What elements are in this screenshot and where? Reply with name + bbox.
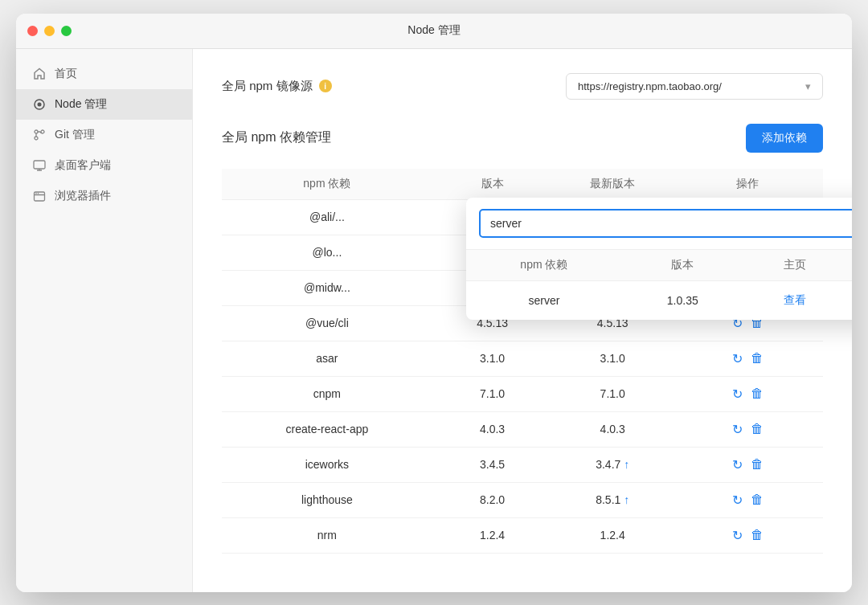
svg-point-2 (35, 130, 38, 133)
search-input[interactable] (479, 209, 852, 238)
dep-name-cell: @vue/cli (222, 305, 432, 341)
home-icon (32, 67, 47, 81)
table-row: lighthouse 8.2.0 8.5.1 ↑ ↻ 🗑 (222, 482, 823, 517)
search-bar (466, 198, 852, 238)
sidebar: 首页 Node 管理 (16, 49, 193, 592)
titlebar: Node 管理 (16, 14, 852, 49)
table-row: iceworks 3.4.5 3.4.7 ↑ ↻ 🗑 (222, 447, 823, 482)
search-result-table: npm 依赖 版本 主页 安装 安装 (466, 249, 852, 320)
mirror-label: 全局 npm 镜像源 i (222, 79, 332, 94)
delete-icon[interactable]: 🗑 (751, 422, 764, 436)
mirror-url-text: https://registry.npm.taobao.org/ (578, 80, 722, 92)
sidebar-item-node[interactable]: Node 管理 (16, 89, 192, 120)
upgrade-arrow-icon: ↑ (624, 493, 629, 506)
result-col-version: 版本 (622, 249, 743, 280)
search-result-row: server 1.0.35 查看 ⬇ (466, 280, 852, 320)
sidebar-item-git[interactable]: Git 管理 (16, 120, 192, 150)
content-area: 全局 npm 镜像源 i https://registry.npm.taobao… (193, 49, 852, 592)
refresh-icon[interactable]: ↻ (732, 528, 743, 543)
result-version-cell: 1.0.35 (622, 280, 743, 320)
dep-latest-cell: 4.0.3 (552, 411, 673, 447)
sidebar-item-browser[interactable]: 浏览器插件 (16, 181, 192, 211)
dep-name-cell: cnpm (222, 376, 432, 411)
delete-icon[interactable]: 🗑 (751, 457, 764, 472)
dep-name-cell: @lo... (222, 235, 432, 270)
col-header-version: 版本 (432, 169, 553, 200)
dep-name-cell: iceworks (222, 447, 432, 482)
result-name-cell: server (466, 280, 622, 320)
sidebar-item-git-label: Git 管理 (55, 128, 95, 142)
dep-latest-cell: 3.4.7 ↑ (552, 447, 673, 482)
dep-version-cell: 3.1.0 (432, 341, 553, 376)
svg-point-7 (35, 192, 37, 194)
refresh-icon[interactable]: ↻ (732, 422, 743, 437)
result-col-name: npm 依赖 (466, 249, 622, 280)
main-layout: 首页 Node 管理 (16, 49, 852, 592)
mirror-select-dropdown[interactable]: https://registry.npm.taobao.org/ ▾ (566, 73, 823, 100)
homepage-link[interactable]: 查看 (784, 293, 806, 306)
sidebar-item-desktop-label: 桌面客户端 (55, 158, 111, 173)
sidebar-item-home[interactable]: 首页 (16, 59, 192, 89)
sidebar-item-home-label: 首页 (55, 67, 77, 81)
delete-icon[interactable]: 🗑 (751, 351, 764, 366)
result-col-homepage: 主页 (743, 249, 846, 280)
git-icon (32, 128, 47, 142)
add-dependency-button[interactable]: 添加依赖 (746, 124, 823, 153)
result-homepage-cell: 查看 (743, 280, 846, 320)
dep-version-cell: 4.0.3 (432, 411, 553, 447)
deps-title: 全局 npm 依赖管理 (222, 129, 331, 146)
node-icon (32, 97, 47, 112)
table-row: cnpm 7.1.0 7.1.0 ↻ 🗑 (222, 376, 823, 411)
col-header-name: npm 依赖 (222, 169, 432, 200)
dep-latest-cell: 8.5.1 ↑ (552, 482, 673, 517)
dep-name-cell: asar (222, 341, 432, 376)
dep-name-cell: lighthouse (222, 482, 432, 517)
sidebar-item-desktop[interactable]: 桌面客户端 (16, 150, 192, 181)
traffic-lights (27, 26, 72, 36)
dep-version-cell: 3.4.5 (432, 447, 553, 482)
dep-version-cell: 1.2.4 (432, 517, 553, 553)
search-popup: npm 依赖 版本 主页 安装 安装 (466, 198, 852, 320)
close-button[interactable] (27, 26, 38, 36)
app-window: Node 管理 首页 (16, 14, 852, 592)
dep-latest-cell: 1.2.4 (552, 517, 673, 553)
table-row: create-react-app 4.0.3 4.0.3 ↻ 🗑 (222, 411, 823, 447)
sidebar-item-browser-label: 浏览器插件 (55, 189, 111, 203)
dep-latest-cell: 7.1.0 (552, 376, 673, 411)
browser-icon (32, 189, 47, 203)
refresh-icon[interactable]: ↻ (732, 351, 743, 366)
dep-name-cell: @midw... (222, 270, 432, 305)
chevron-down-icon: ▾ (805, 80, 811, 92)
dep-version-cell: 8.2.0 (432, 482, 553, 517)
delete-icon[interactable]: 🗑 (751, 493, 764, 507)
dep-name-cell: @ali/... (222, 199, 432, 235)
svg-rect-5 (34, 161, 45, 169)
dep-name-cell: nrm (222, 517, 432, 553)
result-col-install: 安装 安装 (845, 249, 852, 280)
action-icons: ↻ 🗑 (679, 493, 817, 508)
minimize-button[interactable] (44, 26, 55, 36)
desktop-icon (32, 158, 47, 173)
action-icons: ↻ 🗑 (679, 528, 817, 543)
action-icons: ↻ 🗑 (679, 422, 817, 437)
dep-version-cell: 7.1.0 (432, 376, 553, 411)
delete-icon[interactable]: 🗑 (751, 528, 764, 542)
action-icons: ↻ 🗑 (679, 386, 817, 402)
refresh-icon[interactable]: ↻ (732, 386, 743, 402)
deps-section-header: 全局 npm 依赖管理 添加依赖 (222, 124, 823, 153)
refresh-icon[interactable]: ↻ (732, 457, 743, 472)
action-icons: ↻ 🗑 (679, 457, 817, 472)
maximize-button[interactable] (61, 26, 72, 36)
dep-latest-cell: 3.1.0 (552, 341, 673, 376)
window-title: Node 管理 (407, 23, 460, 38)
svg-point-8 (38, 192, 39, 194)
delete-icon[interactable]: 🗑 (751, 386, 764, 401)
table-row: nrm 1.2.4 1.2.4 ↻ 🗑 (222, 517, 823, 553)
svg-point-4 (35, 137, 38, 140)
refresh-icon[interactable]: ↻ (732, 493, 743, 508)
result-install-cell: ⬇ (845, 280, 852, 320)
upgrade-arrow-icon: ↑ (624, 458, 629, 471)
col-header-latest: 最新版本 (552, 169, 673, 200)
mirror-row: 全局 npm 镜像源 i https://registry.npm.taobao… (222, 73, 823, 100)
dep-name-cell: create-react-app (222, 411, 432, 447)
